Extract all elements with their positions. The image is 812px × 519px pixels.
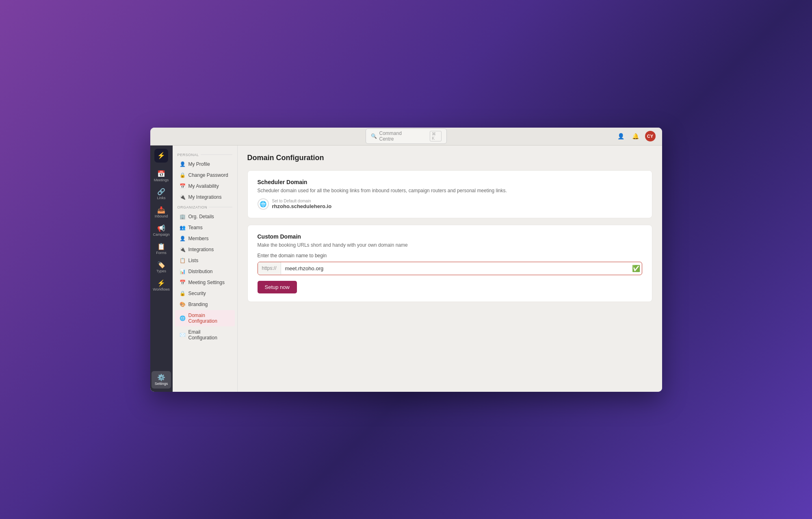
sidebar-item-campaign[interactable]: 📢 Campaign bbox=[152, 222, 171, 239]
sidebar-item-my-integrations[interactable]: 🔌 My Integrations bbox=[175, 192, 235, 202]
sidebar-item-branding[interactable]: 🎨 Branding bbox=[175, 299, 235, 310]
meetings-label: Meetings bbox=[154, 178, 169, 182]
sidebar-item-distribution[interactable]: 📊 Distribution bbox=[175, 266, 235, 277]
my-integrations-label: My Integrations bbox=[188, 194, 222, 200]
lists-label: Lists bbox=[188, 258, 199, 263]
left-sidebar: PERSONAL 👤 My Profile 🔒 Change Password … bbox=[173, 145, 238, 392]
domain-input-group: https:// ✅ bbox=[258, 262, 642, 275]
sidebar-item-teams[interactable]: 👥 Teams bbox=[175, 222, 235, 233]
members-label: Members bbox=[188, 236, 209, 241]
app-window: 🔍 Command Centre ⌘ K 👤 🔔 CY ⚡ 📅 Meetings… bbox=[150, 128, 662, 392]
sidebar-item-change-password[interactable]: 🔒 Change Password bbox=[175, 170, 235, 180]
search-label: Command Centre bbox=[379, 130, 416, 142]
input-check-icon: ✅ bbox=[630, 263, 642, 274]
forms-label: Forms bbox=[156, 251, 167, 255]
sidebar-item-my-profile[interactable]: 👤 My Profile bbox=[175, 159, 235, 169]
org-icon: 🏢 bbox=[180, 214, 186, 219]
security-icon: 🔒 bbox=[180, 291, 186, 296]
titlebar-actions: 👤 🔔 CY bbox=[616, 131, 656, 141]
settings-label: Settings bbox=[155, 382, 168, 386]
personal-section-label: PERSONAL bbox=[173, 150, 237, 159]
sidebar-item-inbound[interactable]: 📥 Inbound bbox=[152, 204, 171, 221]
settings-icon: ⚙️ bbox=[157, 374, 165, 381]
sidebar-item-integrations[interactable]: 🔌 Integrations bbox=[175, 244, 235, 255]
forms-icon: 📋 bbox=[157, 243, 165, 250]
links-icon: 🔗 bbox=[157, 188, 165, 195]
scheduler-domain-card: Scheduler Domain Scheduler domain used f… bbox=[247, 170, 652, 218]
domain-input[interactable] bbox=[281, 262, 630, 275]
email-configuration-label: Email Configuration bbox=[188, 329, 230, 341]
title-bar: 🔍 Command Centre ⌘ K 👤 🔔 CY bbox=[150, 128, 662, 145]
profile-icon: 👤 bbox=[180, 161, 186, 167]
sidebar-item-email-configuration[interactable]: ✉️ Email Configuration bbox=[175, 327, 235, 343]
sidebar-item-members[interactable]: 👤 Members bbox=[175, 233, 235, 244]
setup-now-button[interactable]: Setup now bbox=[258, 281, 297, 293]
security-label: Security bbox=[188, 291, 206, 296]
workflows-label: Workflows bbox=[153, 288, 169, 292]
enter-domain-label: Enter the domain name to begin bbox=[258, 253, 642, 258]
user-icon-btn[interactable]: 👤 bbox=[616, 131, 626, 141]
campaign-icon: 📢 bbox=[157, 224, 165, 232]
workflows-icon: ⚡ bbox=[157, 279, 165, 287]
sidebar-item-forms[interactable]: 📋 Forms bbox=[152, 240, 171, 258]
custom-domain-desc: Make the booking URLs short and handy wi… bbox=[258, 242, 642, 248]
inbound-label: Inbound bbox=[155, 215, 168, 219]
bell-icon-btn[interactable]: 🔔 bbox=[630, 131, 641, 141]
keyboard-shortcut: ⌘ K bbox=[430, 131, 441, 141]
domain-configuration-label: Domain Configuration bbox=[188, 313, 230, 324]
scheduler-domain-display: 🌐 Set to Default domain rhzoho.scheduleh… bbox=[258, 198, 642, 210]
sidebar-item-meetings[interactable]: 📅 Meetings bbox=[152, 167, 171, 185]
teams-icon: 👥 bbox=[180, 225, 186, 230]
org-details-label: Org. Details bbox=[188, 214, 214, 219]
availability-icon: 📅 bbox=[180, 183, 186, 189]
my-availability-label: My Availability bbox=[188, 183, 219, 189]
page-title: Domain Configuration bbox=[247, 154, 652, 162]
change-password-label: Change Password bbox=[188, 172, 228, 178]
lock-icon: 🔒 bbox=[180, 172, 186, 178]
sidebar-item-org-details[interactable]: 🏢 Org. Details bbox=[175, 211, 235, 222]
custom-domain-card: Custom Domain Make the booking URLs shor… bbox=[247, 225, 652, 302]
distribution-icon: 📊 bbox=[180, 269, 186, 274]
domain-config-icon: 🌐 bbox=[180, 315, 186, 321]
scheduler-domain-desc: Scheduler domain used for all the bookin… bbox=[258, 188, 642, 193]
meeting-settings-label: Meeting Settings bbox=[188, 280, 225, 285]
icon-sidebar: ⚡ 📅 Meetings 🔗 Links 📥 Inbound 📢 Campaig… bbox=[150, 145, 173, 392]
types-label: Types bbox=[156, 269, 166, 274]
campaign-label: Campaign bbox=[153, 233, 169, 237]
set-default-label: Set to Default domain bbox=[272, 199, 332, 203]
distribution-label: Distribution bbox=[188, 269, 213, 274]
globe-icon: 🌐 bbox=[258, 198, 269, 210]
sidebar-item-my-availability[interactable]: 📅 My Availability bbox=[175, 181, 235, 191]
sidebar-item-links[interactable]: 🔗 Links bbox=[152, 185, 171, 203]
sidebar-item-lists[interactable]: 📋 Lists bbox=[175, 255, 235, 266]
sidebar-item-workflows[interactable]: ⚡ Workflows bbox=[152, 277, 171, 294]
integrations-icon: 🔌 bbox=[180, 194, 186, 200]
sidebar-item-settings[interactable]: ⚙️ Settings bbox=[152, 371, 171, 389]
domain-value: rhzoho.schedulehero.io bbox=[272, 203, 332, 209]
main-content: Domain Configuration Scheduler Domain Sc… bbox=[238, 145, 662, 392]
sidebar-item-meeting-settings[interactable]: 📅 Meeting Settings bbox=[175, 277, 235, 288]
avatar[interactable]: CY bbox=[645, 131, 656, 141]
my-profile-label: My Profile bbox=[188, 161, 210, 167]
app-logo[interactable]: ⚡ bbox=[154, 149, 168, 163]
command-centre-search[interactable]: 🔍 Command Centre ⌘ K bbox=[366, 128, 447, 144]
lists-icon: 📋 bbox=[180, 258, 186, 263]
org-section-label: ORGANIZATION bbox=[173, 203, 237, 211]
input-prefix: https:// bbox=[258, 262, 281, 274]
links-label: Links bbox=[157, 196, 165, 200]
meeting-settings-icon: 📅 bbox=[180, 280, 186, 285]
integrations-label: Integrations bbox=[188, 247, 214, 252]
teams-label: Teams bbox=[188, 225, 203, 230]
sidebar-item-security[interactable]: 🔒 Security bbox=[175, 288, 235, 299]
inbound-icon: 📥 bbox=[157, 206, 165, 214]
sidebar-bottom: ⚙️ Settings bbox=[152, 371, 171, 389]
scheduler-domain-title: Scheduler Domain bbox=[258, 179, 642, 185]
meetings-icon: 📅 bbox=[157, 170, 165, 178]
sidebar-item-domain-configuration[interactable]: 🌐 Domain Configuration bbox=[175, 310, 235, 326]
search-icon: 🔍 bbox=[371, 133, 377, 139]
members-icon: 👤 bbox=[180, 236, 186, 241]
email-config-icon: ✉️ bbox=[180, 332, 186, 338]
int-icon: 🔌 bbox=[180, 247, 186, 252]
types-icon: 🏷️ bbox=[157, 261, 165, 269]
sidebar-item-types[interactable]: 🏷️ Types bbox=[152, 258, 171, 276]
